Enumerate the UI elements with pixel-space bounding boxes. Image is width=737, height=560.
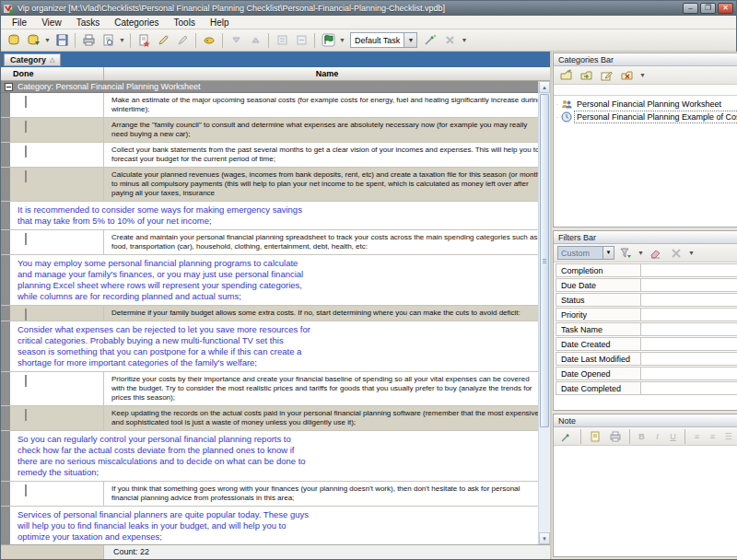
- task-row[interactable]: Create and maintain your personal financ…: [1, 230, 550, 255]
- done-checkbox[interactable]: [25, 121, 27, 133]
- done-checkbox[interactable]: [25, 375, 27, 387]
- align-right-icon[interactable]: ≡: [706, 432, 719, 441]
- group-by-category-button[interactable]: Category △: [4, 53, 61, 66]
- note-editor[interactable]: [554, 446, 737, 556]
- filter-value-input[interactable]: [640, 381, 737, 395]
- italic-button[interactable]: I: [650, 432, 664, 441]
- done-checkbox[interactable]: [25, 233, 27, 245]
- categories-toolbar-caret[interactable]: ▼: [638, 66, 647, 85]
- category-item[interactable]: ·Personal Financial Planning Worksheet99: [554, 98, 737, 111]
- delete-category-button[interactable]: [618, 66, 637, 85]
- minimize-button[interactable]: –: [683, 3, 698, 14]
- group-header-row[interactable]: Category: Personal Financial Planning Wo…: [1, 81, 550, 93]
- edit-note-button[interactable]: [557, 427, 576, 446]
- task-row[interactable]: Make an estimate of the major upcoming s…: [1, 93, 550, 118]
- print-button[interactable]: [79, 31, 98, 50]
- new-subcategory-button[interactable]: [578, 66, 596, 85]
- note-row[interactable]: Consider what expenses can be rejected t…: [1, 321, 550, 372]
- done-checkbox[interactable]: [25, 484, 27, 496]
- filter-value-input[interactable]: [640, 337, 737, 351]
- expand-all-button[interactable]: [273, 31, 291, 50]
- maximize-button[interactable]: ❐: [700, 3, 716, 14]
- note-row[interactable]: Services of personal financial planners …: [1, 507, 550, 544]
- category-item[interactable]: ·Personal Financial Planning Example of …: [554, 111, 737, 123]
- scroll-down-icon[interactable]: ▼: [539, 532, 550, 544]
- filter-preset-combo[interactable]: Custom ▼: [557, 246, 614, 260]
- categories-toolbar: ▼: [554, 66, 737, 85]
- flag-dropdown-caret[interactable]: ▼: [338, 31, 346, 50]
- collapse-all-button[interactable]: [292, 31, 310, 50]
- assign-type-button[interactable]: [421, 31, 439, 50]
- menu-item-file[interactable]: File: [5, 17, 34, 29]
- print-preview-button[interactable]: [99, 31, 117, 50]
- task-row[interactable]: Prioritize your costs by their importanc…: [1, 372, 550, 406]
- toolbar-overflow-caret[interactable]: ▼: [460, 31, 468, 50]
- task-row[interactable]: Collect your bank statements from the pa…: [1, 143, 550, 168]
- scrollbar-thumb[interactable]: [540, 94, 549, 427]
- menu-item-tasks[interactable]: Tasks: [69, 17, 108, 29]
- add-task-button[interactable]: [135, 31, 153, 50]
- note-row[interactable]: You may employ some personal financial p…: [1, 255, 550, 306]
- apply-filter-button[interactable]: [616, 244, 635, 262]
- combo-dropdown-icon[interactable]: ▼: [602, 247, 614, 259]
- task-row[interactable]: Calculate your planned revenues (wages, …: [1, 168, 550, 202]
- bold-button[interactable]: B: [635, 432, 649, 441]
- insert-note-button[interactable]: [586, 427, 604, 446]
- filter-value-input[interactable]: [640, 308, 737, 321]
- underline-button[interactable]: U: [666, 432, 680, 441]
- edit-task-button[interactable]: [154, 31, 172, 50]
- done-checkbox[interactable]: [25, 409, 27, 421]
- note-row[interactable]: So you can regularly control your person…: [1, 431, 550, 482]
- done-checkbox[interactable]: [25, 146, 27, 158]
- filter-value-input[interactable]: [640, 263, 737, 277]
- clear-type-button[interactable]: [440, 31, 459, 50]
- edit-category-button[interactable]: [598, 66, 616, 85]
- new-checklist-button[interactable]: [5, 31, 23, 50]
- row-count: Count: 22: [104, 545, 149, 559]
- menu-item-categories[interactable]: Categories: [107, 17, 166, 29]
- task-row[interactable]: Keep updating the records on the actual …: [1, 406, 550, 431]
- done-checkbox[interactable]: [25, 170, 27, 182]
- highlight-flag-button[interactable]: [319, 31, 337, 50]
- note-row[interactable]: It is recommended to consider some ways …: [1, 202, 550, 230]
- filter-value-input[interactable]: [640, 293, 737, 307]
- task-row[interactable]: Arrange the "family council" to consult …: [1, 118, 550, 143]
- done-checkbox[interactable]: [25, 309, 27, 321]
- scroll-up-icon[interactable]: ▲: [539, 81, 550, 93]
- vertical-scrollbar[interactable]: ▲ ▼: [538, 81, 550, 544]
- column-header-done[interactable]: Done: [1, 67, 104, 80]
- task-row[interactable]: If you think that something goes wrong w…: [1, 482, 550, 507]
- remove-filter-button[interactable]: [667, 244, 685, 262]
- clear-filter-button[interactable]: [647, 244, 665, 262]
- group-indent: [1, 431, 10, 481]
- column-header-name[interactable]: Name: [104, 67, 550, 80]
- task-type-combo[interactable]: Default Task ▼: [350, 32, 417, 48]
- move-up-button[interactable]: [246, 31, 264, 50]
- combo-dropdown-icon[interactable]: ▼: [404, 33, 416, 47]
- print-dropdown-caret[interactable]: ▼: [118, 31, 126, 50]
- open-checklist-button[interactable]: [24, 31, 42, 50]
- done-checkbox[interactable]: [25, 96, 27, 108]
- menu-item-view[interactable]: View: [34, 17, 69, 29]
- task-row[interactable]: Determine if your family budget allows s…: [1, 306, 550, 321]
- complete-task-button[interactable]: [200, 31, 218, 50]
- delete-task-button[interactable]: [173, 31, 192, 50]
- print-note-button[interactable]: [606, 427, 625, 446]
- align-left-icon[interactable]: ≡: [690, 432, 704, 441]
- bullet-list-icon[interactable]: ☰: [721, 432, 735, 441]
- menu-item-help[interactable]: Help: [203, 17, 237, 29]
- move-down-button[interactable]: [227, 31, 245, 50]
- new-category-button[interactable]: [557, 66, 576, 85]
- filter-value-input[interactable]: [640, 322, 737, 336]
- menu-item-tools[interactable]: Tools: [167, 17, 203, 29]
- filters-toolbar-caret[interactable]: ▼: [687, 244, 696, 262]
- filter-value-input[interactable]: [640, 278, 737, 292]
- categories-name-column[interactable]: [554, 85, 737, 95]
- collapse-icon[interactable]: [5, 83, 13, 91]
- filter-value-input[interactable]: [640, 352, 737, 366]
- filter-dropdown-caret[interactable]: ▼: [637, 244, 645, 262]
- open-dropdown-caret[interactable]: ▼: [43, 31, 52, 50]
- save-button[interactable]: [53, 31, 71, 50]
- close-button[interactable]: ✕: [718, 3, 733, 14]
- filter-value-input[interactable]: [640, 367, 737, 380]
